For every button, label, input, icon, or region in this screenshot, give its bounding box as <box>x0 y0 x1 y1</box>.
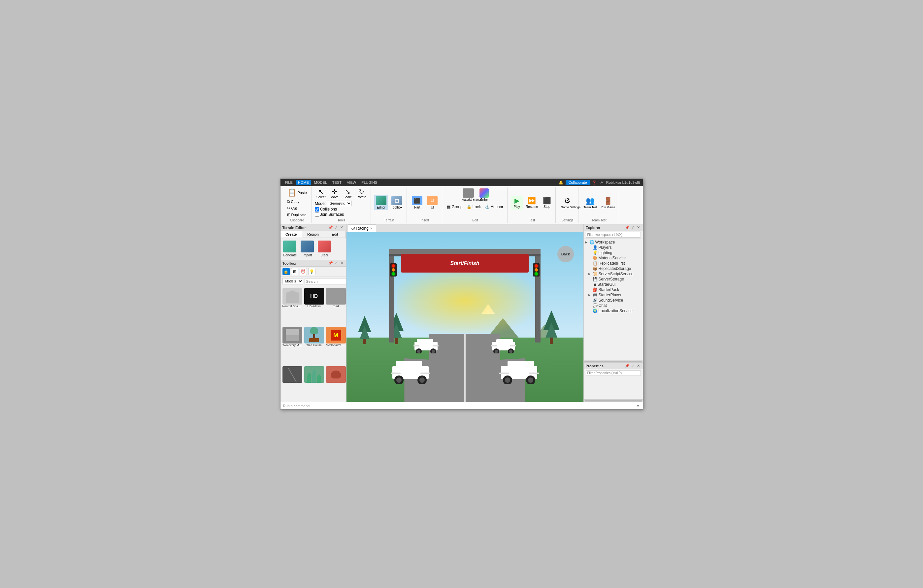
toolbox-item-5[interactable]: M McDonald's Restaurant <box>325 326 346 365</box>
properties-pin[interactable]: 📌 <box>625 364 630 368</box>
help-icon[interactable]: ❓ <box>592 181 597 185</box>
menu-model[interactable]: MODEL <box>312 180 329 185</box>
share-icon[interactable]: ↗ <box>599 181 604 185</box>
scale-button[interactable]: ⤡ Scale <box>342 187 353 200</box>
import-item[interactable]: Import <box>301 241 314 257</box>
resume-button[interactable]: ⏩ Resume <box>524 195 540 210</box>
explorer-expand[interactable]: ⤢ <box>631 225 635 230</box>
tree-item-chat[interactable]: ▶ 💬 Chat <box>584 303 643 308</box>
racing-tab-close[interactable]: ✕ <box>370 227 373 230</box>
toolbox-thumb-6 <box>282 366 302 383</box>
menu-plugins[interactable]: PLUGINS <box>360 180 379 185</box>
toolbox-item-0[interactable]: Neutral Spawn... <box>282 287 303 326</box>
replicated-storage-icon: 📦 <box>593 266 598 271</box>
join-surfaces-checkbox[interactable] <box>315 212 319 217</box>
properties-close[interactable]: ✕ <box>636 364 641 368</box>
filter-lock[interactable]: 🔒 <box>282 268 290 275</box>
models-select[interactable]: Models <box>282 278 303 284</box>
search-input[interactable] <box>306 279 346 283</box>
bell-icon[interactable]: 🔔 <box>558 181 563 185</box>
insert-group-label: Insert <box>421 218 429 223</box>
ui-button[interactable]: UI UI <box>425 195 439 210</box>
generate-item[interactable]: Generate <box>283 241 297 257</box>
copy-button[interactable]: ⧉ Copy <box>286 199 309 205</box>
tree-item-material-service[interactable]: ▶ 🎨 MaterialService <box>584 255 643 261</box>
tree-item-replicated-storage[interactable]: ▶ 📦 ReplicatedStorage <box>584 266 643 271</box>
play-button[interactable]: ▶ Play <box>511 195 523 210</box>
explorer-close[interactable]: ✕ <box>636 225 641 230</box>
stop-button[interactable]: ⬛ Stop <box>541 195 553 210</box>
rotate-button[interactable]: ↻ Rotate <box>355 187 368 200</box>
anchor-button[interactable]: ⚓ Anchor <box>483 204 504 210</box>
viewport-canvas[interactable]: Start/Finish <box>347 232 583 402</box>
tree-item-localization[interactable]: ▶ 🌍 LocalizationService <box>584 308 643 314</box>
part-button[interactable]: ⬛ Part <box>410 195 424 210</box>
material-manager-button[interactable]: Material Manager <box>460 187 476 203</box>
toolbox-ribbon-button[interactable]: ⊞ Toolbox <box>389 195 404 210</box>
svg-rect-1 <box>396 361 422 368</box>
cut-button[interactable]: ✂ Cut <box>286 205 309 211</box>
menu-view[interactable]: VIEW <box>345 180 358 185</box>
select-button[interactable]: ↖ Select <box>315 187 327 200</box>
editor-button[interactable]: Editor <box>374 195 388 210</box>
clear-item[interactable]: Clear <box>318 241 331 257</box>
tab-region[interactable]: Region <box>302 231 324 238</box>
collisions-checkbox[interactable] <box>315 207 319 212</box>
explorer-pin[interactable]: 📌 <box>625 225 630 230</box>
filter-clock[interactable]: ⏰ <box>300 268 307 275</box>
tree-item-starter-player[interactable]: ▶ 🎮 StarterPlayer <box>584 292 643 297</box>
command-input[interactable] <box>283 404 636 408</box>
paste-button[interactable]: 📋 Paste <box>286 187 309 198</box>
terrain-editor-expand[interactable]: ⤢ <box>334 225 338 230</box>
tree-item-starter-pack[interactable]: ▶ 🎒 StarterPack <box>584 287 643 292</box>
color-button[interactable]: Color <box>478 187 490 203</box>
toolbox-item-6[interactable] <box>282 366 303 401</box>
menu-file[interactable]: FILE <box>283 180 295 185</box>
title-bar-right: 🔔 Collaborate ❓ ↗ Robloxianb1u1o3w8t <box>558 180 640 185</box>
toolbox-item-4[interactable]: Tree House <box>304 326 325 365</box>
filter-bulb[interactable]: 💡 <box>308 268 315 275</box>
lock-button[interactable]: 🔒 Lock <box>465 204 482 210</box>
tree-item-lighting[interactable]: ▶ 💡 Lighting <box>584 250 643 255</box>
tree-item-server-script[interactable]: ▶ 📜 ServerScriptService <box>584 271 643 276</box>
tab-racing[interactable]: 🏎 Racing ✕ <box>348 224 376 232</box>
menu-test[interactable]: TEST <box>330 180 343 185</box>
toolbox-close[interactable]: ✕ <box>340 261 344 265</box>
group-button[interactable]: ▦ Group <box>445 204 464 210</box>
properties-filter-input[interactable] <box>586 370 641 376</box>
sound-service-icon: 🔊 <box>593 298 598 302</box>
terrain-editor-close[interactable]: ✕ <box>340 225 344 230</box>
tab-edit[interactable]: Edit <box>324 231 346 238</box>
properties-expand[interactable]: ⤢ <box>631 364 635 368</box>
tree-item-server-storage[interactable]: ▶ 💾 ServerStorage <box>584 276 643 282</box>
toolbox-expand[interactable]: ⤢ <box>334 261 338 265</box>
toolbox-pin[interactable]: 📌 <box>328 261 333 265</box>
toolbox-item-8[interactable] <box>325 366 346 401</box>
tree-item-replicated-first[interactable]: ▶ 📋 ReplicatedFirst <box>584 261 643 266</box>
tree-item-workspace[interactable]: ▶ 🌐 Workspace <box>584 240 643 245</box>
toolbox-item-3[interactable]: Two-Story Modern... <box>282 326 303 365</box>
properties-scrollbar[interactable] <box>584 399 643 402</box>
status-arrow[interactable]: ▼ <box>636 404 640 408</box>
team-test-button[interactable]: 👥 Team Test <box>582 195 598 210</box>
terrain-editor-pin[interactable]: 📌 <box>328 225 333 230</box>
move-button[interactable]: ✛ Move <box>328 187 340 200</box>
duplicate-button[interactable]: ⊞ Duplicate <box>286 212 309 218</box>
status-bar: ▼ <box>281 402 643 409</box>
tree-item-sound-service[interactable]: ▶ 🔊 SoundService <box>584 297 643 303</box>
explorer-filter-input[interactable] <box>586 232 641 238</box>
tree-item-players[interactable]: ▶ 👤 Players <box>584 245 643 250</box>
explorer-scrollbar[interactable] <box>584 360 643 362</box>
toolbox-item-1[interactable]: HD HD Admin <box>304 287 325 326</box>
filter-grid[interactable]: ⊞ <box>291 268 298 275</box>
menu-home[interactable]: HOME <box>296 180 311 185</box>
game-settings-button[interactable]: ⚙ Game Settings <box>559 195 575 210</box>
mode-select[interactable]: Geometric <box>327 200 352 206</box>
exit-game-button[interactable]: 🚪 Exit Game <box>599 195 616 210</box>
tab-create[interactable]: Create <box>281 231 302 238</box>
toolbox-item-7[interactable] <box>304 366 325 401</box>
toolbox-item-2[interactable]: road <box>325 287 346 326</box>
collaborate-button[interactable]: Collaborate <box>566 180 590 185</box>
tree-item-starter-gui[interactable]: ▶ 🖥 StarterGui <box>584 282 643 287</box>
back-button[interactable]: Back <box>557 246 574 262</box>
